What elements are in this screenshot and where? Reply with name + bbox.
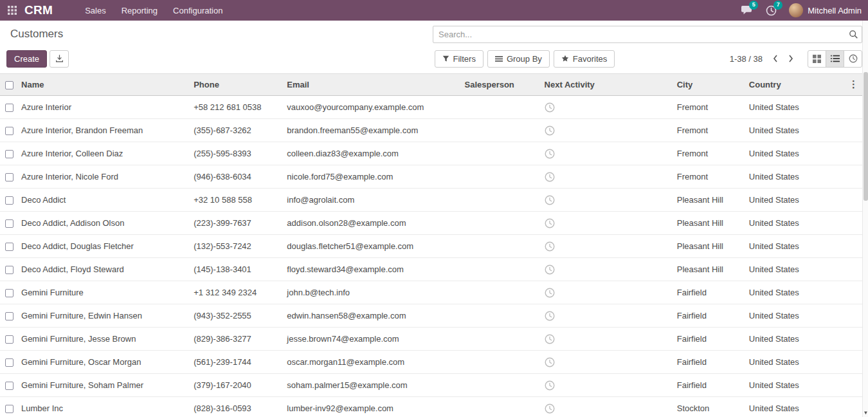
select-all-cell[interactable] xyxy=(0,74,18,96)
table-row[interactable]: Deco Addict, Floyd Steward(145)-138-3401… xyxy=(0,258,862,281)
cell-name[interactable]: Gemini Furniture, Soham Palmer xyxy=(18,374,190,397)
activity-clock-icon[interactable] xyxy=(545,172,555,182)
table-row[interactable]: Azure Interior, Colleen Diaz(255)-595-83… xyxy=(0,142,862,165)
activities-icon[interactable]: 7 xyxy=(764,5,777,16)
select-all-checkbox[interactable] xyxy=(5,81,14,89)
cell-next-activity[interactable] xyxy=(541,235,674,258)
row-checkbox-cell[interactable] xyxy=(0,142,18,165)
activity-clock-icon[interactable] xyxy=(545,125,555,136)
cell-name[interactable]: Deco Addict, Addison Olson xyxy=(18,212,190,235)
row-checkbox-cell[interactable] xyxy=(0,281,18,304)
menu-reporting[interactable]: Reporting xyxy=(115,1,164,20)
header-country[interactable]: Country xyxy=(746,74,814,96)
cell-next-activity[interactable] xyxy=(541,119,674,142)
row-checkbox-cell[interactable] xyxy=(0,212,18,235)
activity-view-icon[interactable] xyxy=(844,50,862,68)
row-checkbox-cell[interactable] xyxy=(0,304,18,328)
activity-clock-icon[interactable] xyxy=(545,288,555,298)
table-row[interactable]: Gemini Furniture+1 312 349 2324john.b@te… xyxy=(0,281,862,304)
row-checkbox[interactable] xyxy=(5,219,14,228)
activity-clock-icon[interactable] xyxy=(545,264,555,275)
cell-next-activity[interactable] xyxy=(541,351,674,374)
scrollbar-down-arrow[interactable]: ▼ xyxy=(863,409,868,416)
cell-name[interactable]: Lumber Inc xyxy=(18,397,190,417)
cell-name[interactable]: Deco Addict, Floyd Steward xyxy=(18,258,190,281)
header-name[interactable]: Name xyxy=(18,74,190,96)
row-checkbox-cell[interactable] xyxy=(0,397,18,417)
group-by-button[interactable]: Group By xyxy=(487,50,550,68)
list-view-icon[interactable] xyxy=(826,50,844,68)
row-checkbox[interactable] xyxy=(5,196,14,205)
row-checkbox[interactable] xyxy=(5,150,14,158)
scrollbar-thumb[interactable] xyxy=(863,72,868,201)
pager-previous-icon[interactable] xyxy=(769,52,782,65)
row-checkbox[interactable] xyxy=(5,335,14,344)
row-checkbox[interactable] xyxy=(5,127,14,135)
apps-menu-icon[interactable] xyxy=(5,3,19,17)
cell-next-activity[interactable] xyxy=(541,212,674,235)
row-checkbox-cell[interactable] xyxy=(0,96,18,119)
pager-next-icon[interactable] xyxy=(784,52,797,65)
cell-next-activity[interactable] xyxy=(541,189,674,212)
kanban-view-icon[interactable] xyxy=(808,50,826,68)
activity-clock-icon[interactable] xyxy=(545,380,555,391)
menu-sales[interactable]: Sales xyxy=(78,1,113,20)
cell-name[interactable]: Gemini Furniture, Edwin Hansen xyxy=(18,304,190,328)
cell-next-activity[interactable] xyxy=(541,258,674,281)
header-next-activity[interactable]: Next Activity xyxy=(541,74,674,96)
cell-name[interactable]: Deco Addict, Douglas Fletcher xyxy=(18,235,190,258)
row-checkbox-cell[interactable] xyxy=(0,374,18,397)
cell-name[interactable]: Azure Interior, Brandon Freeman xyxy=(18,119,190,142)
messages-icon[interactable]: 5 xyxy=(740,5,753,16)
table-row[interactable]: Gemini Furniture, Jesse Brown(829)-386-3… xyxy=(0,328,862,351)
header-phone[interactable]: Phone xyxy=(190,74,284,96)
create-button[interactable]: Create xyxy=(6,50,47,68)
row-checkbox-cell[interactable] xyxy=(0,328,18,351)
row-checkbox[interactable] xyxy=(5,382,14,390)
table-row[interactable]: Lumber Inc(828)-316-0593lumber-inv92@exa… xyxy=(0,397,862,417)
favorites-button[interactable]: Favorites xyxy=(554,50,615,68)
activity-clock-icon[interactable] xyxy=(545,102,555,113)
cell-name[interactable]: Azure Interior, Colleen Diaz xyxy=(18,142,190,165)
vertical-scrollbar[interactable]: ▼ xyxy=(862,21,868,417)
cell-next-activity[interactable] xyxy=(541,281,674,304)
row-checkbox[interactable] xyxy=(5,405,14,413)
row-checkbox-cell[interactable] xyxy=(0,351,18,374)
cell-next-activity[interactable] xyxy=(541,304,674,328)
cell-next-activity[interactable] xyxy=(541,328,674,351)
cell-name[interactable]: Deco Addict xyxy=(18,189,190,212)
header-email[interactable]: Email xyxy=(284,74,461,96)
cell-next-activity[interactable] xyxy=(541,374,674,397)
search-icon[interactable] xyxy=(845,26,862,42)
cell-name[interactable]: Gemini Furniture, Jesse Brown xyxy=(18,328,190,351)
optional-columns-icon[interactable]: ⋮ xyxy=(849,79,858,90)
row-checkbox[interactable] xyxy=(5,173,14,181)
row-checkbox-cell[interactable] xyxy=(0,165,18,189)
row-checkbox[interactable] xyxy=(5,312,14,320)
table-row[interactable]: Deco Addict, Douglas Fletcher(132)-553-7… xyxy=(0,235,862,258)
cell-next-activity[interactable] xyxy=(541,397,674,417)
table-row[interactable]: Azure Interior, Brandon Freeman(355)-687… xyxy=(0,119,862,142)
row-checkbox[interactable] xyxy=(5,358,14,367)
activity-clock-icon[interactable] xyxy=(545,149,555,159)
cell-next-activity[interactable] xyxy=(541,96,674,119)
row-checkbox[interactable] xyxy=(5,104,14,112)
row-checkbox[interactable] xyxy=(5,289,14,297)
user-menu[interactable]: Mitchell Admin xyxy=(789,3,862,17)
cell-name[interactable]: Gemini Furniture xyxy=(18,281,190,304)
row-checkbox[interactable] xyxy=(5,243,14,251)
table-row[interactable]: Azure Interior+58 212 681 0538vauxoo@you… xyxy=(0,96,862,119)
activity-clock-icon[interactable] xyxy=(545,311,555,321)
row-checkbox-cell[interactable] xyxy=(0,235,18,258)
table-row[interactable]: Gemini Furniture, Edwin Hansen(943)-352-… xyxy=(0,304,862,328)
row-checkbox-cell[interactable] xyxy=(0,189,18,212)
activity-clock-icon[interactable] xyxy=(545,195,555,205)
filters-button[interactable]: Filters xyxy=(435,50,484,68)
header-city[interactable]: City xyxy=(674,74,746,96)
table-row[interactable]: Deco Addict, Addison Olson(223)-399-7637… xyxy=(0,212,862,235)
row-checkbox-cell[interactable] xyxy=(0,258,18,281)
table-row[interactable]: Gemini Furniture, Oscar Morgan(561)-239-… xyxy=(0,351,862,374)
header-salesperson[interactable]: Salesperson xyxy=(462,74,541,96)
activity-clock-icon[interactable] xyxy=(545,357,555,367)
activity-clock-icon[interactable] xyxy=(545,403,555,414)
